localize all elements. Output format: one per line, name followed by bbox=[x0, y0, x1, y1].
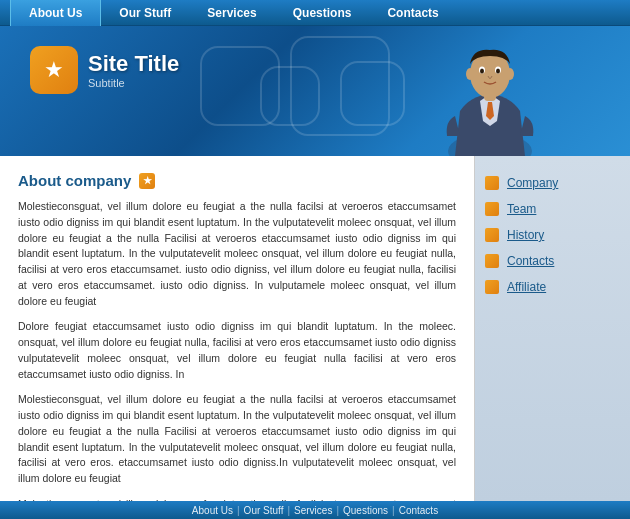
sidebar-item-history[interactable]: History bbox=[485, 228, 620, 242]
deco-circle-4 bbox=[340, 61, 405, 126]
logo-icon: ★ bbox=[30, 46, 78, 94]
sidebar-item-contacts[interactable]: Contacts bbox=[485, 254, 620, 268]
sidebar-item-company[interactable]: Company bbox=[485, 176, 620, 190]
article-paragraph-1: Molestieconsguat, vel illum dolore eu fe… bbox=[18, 199, 456, 309]
nav-item-stuff[interactable]: Our Stuff bbox=[101, 0, 189, 26]
nav-item-services[interactable]: Services bbox=[189, 0, 274, 26]
svg-point-7 bbox=[466, 68, 474, 80]
footer-sep-4: | bbox=[392, 505, 395, 516]
footer: About Us | Our Stuff | Services | Questi… bbox=[0, 501, 630, 519]
footer-link-questions[interactable]: Questions bbox=[343, 505, 388, 516]
article-paragraph-4: Molestieconsguat, vel illum dolore eu fe… bbox=[18, 497, 456, 501]
footer-sep-2: | bbox=[287, 505, 290, 516]
sidebar-item-affiliate[interactable]: Affiliate bbox=[485, 280, 620, 294]
footer-link-stuff[interactable]: Our Stuff bbox=[244, 505, 284, 516]
navbar: About Us Our Stuff Services Questions Co… bbox=[0, 0, 630, 26]
svg-point-5 bbox=[480, 69, 484, 74]
footer-sep-3: | bbox=[336, 505, 339, 516]
article-paragraph-2: Dolore feugiat etaccumsamet iusto odio d… bbox=[18, 319, 456, 382]
svg-point-6 bbox=[496, 69, 500, 74]
footer-link-contacts[interactable]: Contacts bbox=[399, 505, 438, 516]
site-subtitle: Subtitle bbox=[88, 77, 179, 89]
person-svg bbox=[425, 36, 555, 156]
sidebar-icon-company bbox=[485, 176, 499, 190]
article-title: About company bbox=[18, 172, 131, 189]
sidebar-item-team[interactable]: Team bbox=[485, 202, 620, 216]
nav-item-questions[interactable]: Questions bbox=[275, 0, 370, 26]
main-content: About company ★ Molestieconsguat, vel il… bbox=[0, 156, 630, 501]
sidebar-icon-contacts bbox=[485, 254, 499, 268]
logo-text: Site Title Subtitle bbox=[88, 51, 179, 89]
sidebar-icon-team bbox=[485, 202, 499, 216]
footer-link-services[interactable]: Services bbox=[294, 505, 332, 516]
article-title-icon: ★ bbox=[139, 173, 155, 189]
logo-area: ★ Site Title Subtitle bbox=[30, 46, 179, 94]
sidebar-icon-history bbox=[485, 228, 499, 242]
nav-item-about[interactable]: About Us bbox=[10, 0, 101, 26]
sidebar: Company Team History Contacts Affiliate bbox=[475, 156, 630, 501]
site-title: Site Title bbox=[88, 51, 179, 77]
article-content: About company ★ Molestieconsguat, vel il… bbox=[0, 156, 475, 501]
header: ★ Site Title Subtitle bbox=[0, 26, 630, 156]
header-person bbox=[410, 26, 570, 156]
sidebar-icon-affiliate bbox=[485, 280, 499, 294]
footer-sep-1: | bbox=[237, 505, 240, 516]
article-title-row: About company ★ bbox=[18, 172, 456, 189]
article-paragraph-3: Molestieconsguat, vel illum dolore eu fe… bbox=[18, 392, 456, 487]
footer-link-about[interactable]: About Us bbox=[192, 505, 233, 516]
nav-item-contacts[interactable]: Contacts bbox=[369, 0, 456, 26]
svg-point-8 bbox=[506, 68, 514, 80]
